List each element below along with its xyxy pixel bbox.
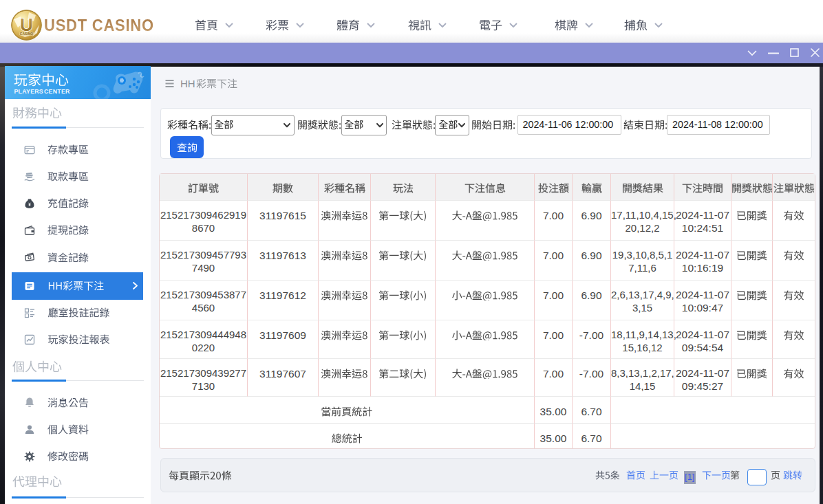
svg-text:CASINO: CASINO: [20, 32, 34, 36]
